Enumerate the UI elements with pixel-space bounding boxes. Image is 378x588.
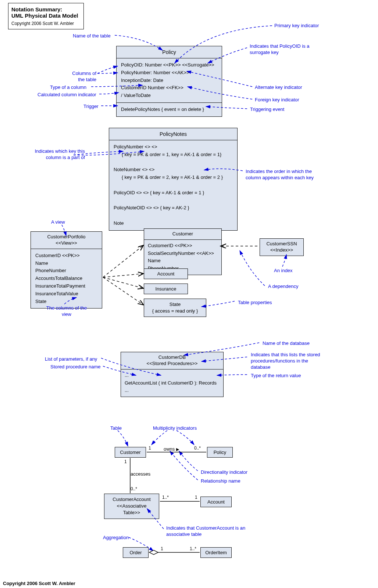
ann-fk: Foreign key indicator	[255, 97, 299, 103]
ann-tblprops: Table properties	[238, 300, 272, 306]
ann-whichkey: Indicates which key this column is a par…	[26, 148, 85, 161]
rel-orderitem: OrderItem	[200, 547, 232, 558]
mult: 1	[195, 495, 197, 500]
ann-table: Table	[110, 425, 122, 432]
policy-col: PolicyNumber: Number <<AK>>	[121, 69, 217, 77]
ann-cols: Columns of the table	[66, 71, 96, 83]
ann-spname: Stored procedure name	[50, 364, 101, 370]
rel-account: Account	[200, 497, 232, 507]
ann-surrogate: Indicates that PolicyOID is a surrogate …	[250, 43, 323, 56]
policynotes-title: PolicyNotes	[109, 128, 237, 140]
policy-col: CustomerID Number <<FK>>	[121, 84, 217, 92]
customer-title: Customer	[144, 229, 221, 240]
db-title: CustomerDB<<Stored Procedures>>	[121, 352, 223, 369]
mult: 1..*	[162, 495, 169, 500]
ann-namedb: Name of the database	[263, 340, 310, 347]
ann-trigger: Trigger	[83, 104, 99, 110]
summary-title-1: Notation Summary:	[11, 6, 81, 12]
ssn-title: CustomerSSN<<Index>>	[260, 239, 303, 256]
ann-colsview: The columns of the view	[43, 305, 90, 318]
policy-class: Policy PolicyOID: Number <<PK>> <<Surrog…	[116, 46, 222, 117]
portfolio-cols: CustomerID <<PK>> Name PhoneNumber Accou…	[31, 249, 102, 309]
state-box: State{ access = read only }	[144, 299, 206, 317]
ann-assoc: Indicates that CustomerAccount is an ass…	[166, 525, 247, 538]
ann-trigevent: Triggering event	[250, 107, 284, 113]
ann-ak: Alternate key indicator	[255, 84, 302, 91]
rel-order: Order	[123, 547, 149, 558]
rel-policy: Policy	[207, 447, 233, 458]
ann-index: An index	[274, 268, 293, 274]
policy-col: InceptionDate: Date	[121, 77, 217, 84]
portfolio-title: CustomerPortfolio<<View>>	[31, 232, 102, 249]
policy-cols: PolicyOID: Number <<PK>> <<Surrogate>> P…	[117, 58, 222, 103]
policynotes-class: PolicyNotes PolicyNumber <> <> { key = P…	[109, 128, 238, 231]
db-class: CustomerDB<<Stored Procedures>> ... GetA…	[121, 352, 224, 397]
svg-marker-4	[149, 550, 158, 555]
insurance-box: Insurance	[144, 284, 188, 294]
ann-splist: Indicates that this lists the stored pro…	[251, 352, 324, 371]
ann-calc: Calculated column indicator	[38, 92, 96, 98]
ann-dep: A dependency	[268, 284, 298, 290]
policynotes-rows: PolicyNumber <> <> { key = PK & order = …	[109, 140, 237, 230]
footer-copyright: Copyright 2006 Scott W. Ambler	[3, 581, 75, 586]
ann-type: Type of a column	[50, 84, 86, 91]
ann-relname: Relationship name	[201, 478, 240, 484]
policy-title: Policy	[117, 46, 222, 58]
portfolio-class: CustomerPortfolio<<View>> CustomerID <<P…	[31, 231, 102, 309]
ann-params: List of parameters, if any	[45, 356, 97, 362]
rel-custaccount: CustomerAccount<<Associative Table>>	[104, 494, 159, 519]
rel-accesses: accesses	[131, 471, 150, 477]
rel-customer: Customer	[115, 447, 146, 458]
mult: 1	[149, 445, 151, 451]
mult: 0..*	[131, 486, 137, 491]
rel-owns: owns ▶	[164, 446, 179, 452]
policy-col: / ValueToDate	[121, 92, 217, 100]
ssn-class: CustomerSSN<<Index>>	[260, 238, 304, 256]
ann-aview: A view	[51, 219, 65, 226]
summary-title-2: UML Physical Data Model	[11, 12, 81, 19]
mult: 1	[161, 546, 163, 551]
ann-agg: Aggregation	[103, 535, 129, 541]
ann-orderkey: Indicates the order in which the column …	[246, 169, 323, 181]
account-box: Account	[144, 268, 188, 279]
ann-name-table: Name of the table	[73, 33, 111, 39]
summary-copyright: Copyright 2006 Scott W. Ambler	[11, 21, 81, 26]
policy-col: PolicyOID: Number <<PK>> <<Surrogate>>	[121, 61, 217, 69]
ann-rettype: Type of the return value	[251, 373, 301, 379]
policy-trigger: DeletePolicyNotes { event = on delete }	[121, 107, 204, 112]
mult: 1	[124, 459, 127, 464]
db-rows: ... GetAccountList ( int CustomerID ): R…	[121, 369, 223, 397]
ann-mult: Multiplicity indicators	[153, 425, 197, 432]
ann-pk: Primary key indicator	[274, 23, 319, 29]
ann-dir: Directionality indicator	[201, 469, 247, 476]
summary-box: Notation Summary: UML Physical Data Mode…	[8, 3, 84, 29]
mult: 1..*	[190, 546, 196, 551]
policy-trigger-row: DeletePolicyNotes { event = on delete }	[117, 103, 222, 116]
mult: 0..*	[194, 445, 201, 451]
